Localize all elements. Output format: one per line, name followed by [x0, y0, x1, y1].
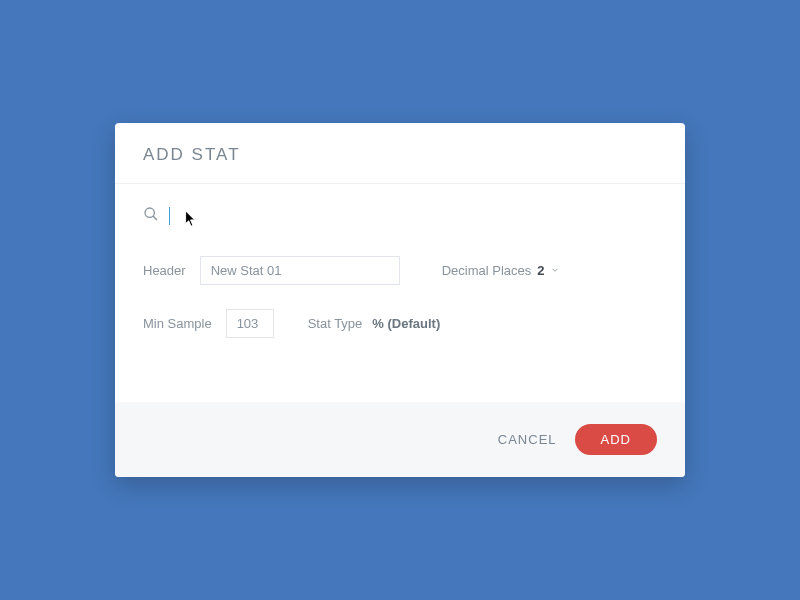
decimal-places-value: 2 [537, 263, 544, 278]
stat-type-value: % (Default) [372, 316, 440, 331]
svg-line-1 [153, 216, 157, 220]
stat-type-group: Stat Type % (Default) [308, 316, 441, 331]
decimal-places-label: Decimal Places [442, 263, 532, 278]
search-input[interactable] [180, 206, 480, 226]
header-input[interactable] [200, 256, 400, 285]
dialog-body: Header Decimal Places 2 Min Sample Stat … [115, 184, 685, 402]
svg-point-0 [145, 208, 154, 217]
add-button[interactable]: ADD [575, 424, 657, 455]
decimal-places-dropdown[interactable]: 2 [537, 263, 560, 278]
chevron-down-icon [550, 263, 560, 278]
minsample-row: Min Sample Stat Type % (Default) [143, 309, 657, 338]
min-sample-input[interactable] [226, 309, 274, 338]
add-stat-dialog: ADD STAT Header Decimal Places 2 [115, 123, 685, 477]
search-icon [143, 206, 159, 226]
decimal-places-group: Decimal Places 2 [442, 263, 561, 278]
min-sample-label: Min Sample [143, 316, 212, 331]
search-row [143, 206, 657, 226]
header-row: Header Decimal Places 2 [143, 256, 657, 285]
dialog-header: ADD STAT [115, 123, 685, 184]
dialog-footer: CANCEL ADD [115, 402, 685, 477]
stat-type-label: Stat Type [308, 316, 363, 331]
dialog-title: ADD STAT [143, 145, 657, 165]
header-label: Header [143, 263, 186, 278]
search-caret [169, 207, 170, 225]
cancel-button[interactable]: CANCEL [498, 432, 557, 447]
